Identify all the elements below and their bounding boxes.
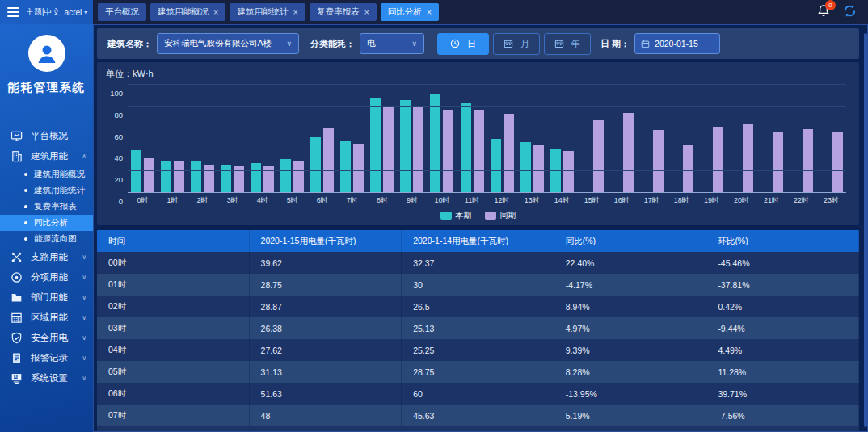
bar-group-21时 bbox=[756, 85, 786, 193]
table-cell: 27.62 bbox=[250, 339, 402, 361]
sidebar-item-平台概况[interactable]: 平台概况 bbox=[0, 126, 93, 146]
sidebar-item-label: 报警记录 bbox=[31, 352, 82, 364]
table-cell: 31.13 bbox=[250, 361, 402, 383]
bar-本期 bbox=[400, 100, 411, 193]
tab-建筑用能统计[interactable]: 建筑用能统计× bbox=[230, 3, 305, 21]
bar-本期 bbox=[461, 103, 471, 193]
sidebar-subitem-建筑用能统计[interactable]: 建筑用能统计 bbox=[0, 182, 93, 199]
gridline: 0 bbox=[128, 192, 846, 193]
bar-group-17时 bbox=[637, 85, 667, 193]
table-cell: 4.97% bbox=[554, 317, 707, 339]
x-axis-label: 13时 bbox=[517, 195, 547, 206]
table-row-05时: 05时31.1328.758.28%11.28% bbox=[97, 361, 859, 383]
tab-同比分析[interactable]: 同比分析× bbox=[381, 3, 439, 21]
calendar-icon bbox=[554, 39, 564, 48]
close-icon[interactable]: × bbox=[213, 7, 218, 17]
bar-本期 bbox=[370, 98, 381, 193]
sidebar-item-label: 支路用能 bbox=[31, 251, 82, 263]
period-button-月[interactable]: 月 bbox=[493, 33, 540, 55]
sidebar-item-部门用能[interactable]: 部门用能∨ bbox=[0, 287, 93, 308]
energy-type-select[interactable]: 电 ∨ bbox=[360, 33, 424, 54]
period-button-年[interactable]: 年 bbox=[544, 33, 591, 55]
table-row-03时: 03时26.3825.134.97%-9.44% bbox=[97, 317, 859, 339]
folder-icon bbox=[11, 291, 23, 304]
building-select[interactable]: 安科瑞电气股份有限公司A楼 ∨ bbox=[157, 33, 299, 54]
legend-item-本期[interactable]: 本期 bbox=[440, 210, 472, 221]
sidebar-item-安全用电[interactable]: 安全用电∨ bbox=[0, 328, 93, 348]
tab-复费率报表[interactable]: 复费率报表× bbox=[310, 3, 377, 21]
sidebar-item-支路用能[interactable]: 支路用能∨ bbox=[0, 247, 93, 267]
bar-group-1时 bbox=[158, 85, 188, 193]
bullet-icon bbox=[24, 205, 27, 208]
user-menu[interactable]: acrel bbox=[65, 8, 82, 17]
energy-type-label: 分类能耗： bbox=[310, 38, 355, 50]
bar-group-0时 bbox=[128, 85, 158, 193]
chevron-down-icon: ∨ bbox=[82, 274, 86, 281]
close-icon[interactable]: × bbox=[293, 7, 297, 17]
sidebar-subitem-能源流向图[interactable]: 能源流向图 bbox=[0, 231, 93, 247]
bar-group-3时 bbox=[217, 85, 247, 193]
theme-language-switch[interactable]: 主题|中文 bbox=[26, 6, 61, 18]
sidebar-item-区域用能[interactable]: 区域用能∨ bbox=[0, 308, 93, 328]
bar-同期 bbox=[623, 113, 634, 193]
pie-icon bbox=[11, 271, 23, 284]
chart-legend: 本期同期 bbox=[97, 210, 859, 221]
table-header-cell: 时间 bbox=[97, 230, 250, 252]
vertical-scrollbar[interactable] bbox=[864, 33, 867, 427]
legend-item-同期[interactable]: 同期 bbox=[485, 210, 516, 221]
table-row-07时: 07时4845.635.19%-7.56% bbox=[97, 405, 859, 426]
tab-平台概况[interactable]: 平台概况 bbox=[98, 3, 146, 21]
bar-group-10时 bbox=[427, 85, 457, 193]
table-cell: 30 bbox=[402, 274, 554, 296]
table-cell: 25.25 bbox=[402, 339, 554, 361]
chevron-up-icon: ∧ bbox=[82, 153, 86, 160]
chevron-down-icon: ∨ bbox=[82, 375, 86, 382]
table-cell: 02时 bbox=[97, 296, 250, 317]
table-row-06时: 06时51.6360-13.95%39.71% bbox=[97, 383, 859, 405]
x-axis-label: 23时 bbox=[816, 195, 846, 206]
bar-group-23时 bbox=[816, 85, 846, 193]
table-cell: 28.75 bbox=[250, 274, 402, 296]
sidebar-subitem-同比分析[interactable]: 同比分析 bbox=[0, 215, 93, 231]
sidebar-item-报警记录[interactable]: 报警记录∨ bbox=[0, 348, 93, 368]
table-cell: 39.71% bbox=[706, 383, 859, 405]
bar-本期 bbox=[161, 161, 171, 193]
bar-本期 bbox=[430, 94, 440, 193]
table-cell: 22.40% bbox=[554, 252, 707, 274]
legend-label: 本期 bbox=[456, 210, 472, 221]
period-button-日[interactable]: 日 bbox=[437, 33, 489, 55]
x-axis-label: 16时 bbox=[607, 195, 637, 206]
settings-icon bbox=[11, 372, 23, 385]
bar-group-6时 bbox=[307, 85, 337, 193]
sidebar-item-系统设置[interactable]: 系统设置∨ bbox=[0, 368, 93, 388]
close-icon[interactable]: × bbox=[427, 7, 432, 17]
sidebar-item-分项用能[interactable]: 分项用能∨ bbox=[0, 267, 93, 287]
x-axis-label: 17时 bbox=[637, 195, 667, 206]
date-picker-input[interactable]: 2020-01-15 bbox=[634, 33, 720, 54]
x-axis-label: 8时 bbox=[367, 195, 397, 206]
tab-建筑用能概况[interactable]: 建筑用能概况× bbox=[150, 3, 225, 21]
bar-group-18时 bbox=[667, 85, 697, 193]
gridline: 40 bbox=[128, 149, 846, 149]
bar-同期 bbox=[653, 130, 664, 193]
sidebar-item-label: 安全用电 bbox=[31, 332, 82, 344]
y-axis-tick: 80 bbox=[114, 110, 123, 119]
legend-swatch bbox=[440, 212, 452, 220]
sidebar-item-建筑用能[interactable]: 建筑用能∧ bbox=[0, 146, 93, 166]
refresh-icon[interactable] bbox=[843, 4, 857, 21]
bar-group-12时 bbox=[487, 85, 517, 193]
legend-swatch bbox=[485, 212, 496, 220]
bullet-icon bbox=[24, 221, 27, 224]
bar-本期 bbox=[221, 165, 231, 193]
x-axis-label: 3时 bbox=[217, 195, 247, 206]
sidebar-subitem-建筑用能概况[interactable]: 建筑用能概况 bbox=[0, 166, 93, 182]
x-axis-label: 12时 bbox=[487, 195, 517, 206]
sidebar-subitem-复费率报表[interactable]: 复费率报表 bbox=[0, 199, 93, 215]
filter-bar: 建筑名称： 安科瑞电气股份有限公司A楼 ∨ 分类能耗： 电 ∨ 日月年 日 期：… bbox=[97, 28, 859, 59]
hamburger-menu-icon[interactable] bbox=[7, 7, 19, 17]
notification-bell-icon[interactable]: 0 bbox=[817, 4, 830, 20]
close-icon[interactable]: × bbox=[364, 7, 369, 17]
table-cell: 4.49% bbox=[706, 339, 859, 361]
bar-同期 bbox=[593, 120, 604, 193]
avatar[interactable] bbox=[28, 35, 65, 72]
